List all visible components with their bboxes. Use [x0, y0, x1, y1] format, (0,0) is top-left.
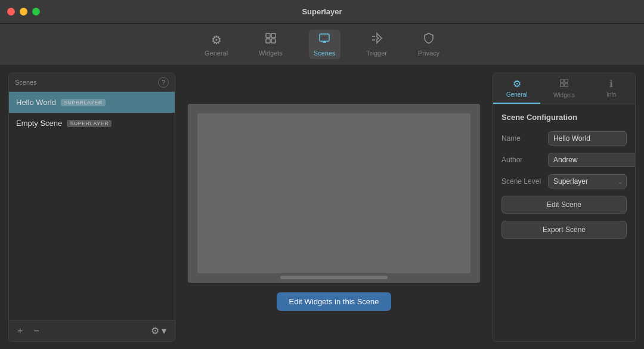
level-label: Scene Level — [501, 177, 543, 186]
svg-rect-0 — [266, 33, 270, 38]
app-title: Superlayer — [302, 7, 342, 16]
scenes-icon — [318, 32, 330, 47]
edit-widgets-button[interactable]: Edit Widgets in this Scene — [277, 292, 391, 311]
minimize-button[interactable] — [20, 8, 27, 16]
titlebar: Superlayer — [0, 0, 644, 24]
toolbar-label-trigger: Trigger — [367, 50, 387, 57]
name-field-wrap: ⊞ — [548, 131, 627, 146]
config-tab-general[interactable]: ⚙ General — [493, 73, 540, 104]
canvas-inner — [197, 113, 470, 273]
main-content: Scenes ? Hello World SUPERLAYER Empty Sc… — [0, 66, 644, 349]
name-label: Name — [501, 134, 543, 143]
window-controls — [7, 8, 40, 16]
export-scene-button[interactable]: Export Scene — [501, 221, 627, 239]
svg-rect-1 — [271, 33, 275, 38]
svg-rect-6 — [565, 79, 568, 83]
chevron-down-icon: ⌄ — [614, 178, 626, 185]
add-scene-button[interactable]: + — [14, 325, 26, 337]
settings-button[interactable]: ⚙ ▾ — [147, 325, 170, 337]
edit-scene-button[interactable]: Edit Scene — [501, 196, 627, 214]
canvas-frame — [188, 104, 480, 283]
remove-scene-button[interactable]: − — [30, 325, 42, 337]
scenes-panel: Scenes ? Hello World SUPERLAYER Empty Sc… — [8, 73, 175, 342]
config-author-row: Author — [501, 153, 627, 167]
toolbar-item-widgets[interactable]: Widgets — [254, 30, 287, 59]
toolbar-item-scenes[interactable]: Scenes — [309, 30, 340, 59]
gear-icon: ⚙ — [151, 326, 159, 336]
config-level-row: Scene Level Superlayer Normal Overlay ⌄ — [501, 174, 627, 189]
gear-icon: ⚙ — [513, 78, 521, 89]
svg-rect-3 — [271, 39, 275, 43]
toolbar-label-scenes: Scenes — [314, 50, 336, 57]
chevron-down-icon: ▾ — [162, 326, 166, 336]
config-body: Scene Configuration Name ⊞ Author Scene … — [493, 104, 635, 341]
svg-rect-5 — [561, 79, 564, 83]
scenes-footer: + − ⚙ ▾ — [9, 320, 175, 341]
toolbar-label-general: General — [205, 50, 228, 57]
level-select[interactable]: Superlayer Normal Overlay — [549, 175, 614, 188]
privacy-icon — [423, 32, 435, 47]
maximize-button[interactable] — [32, 8, 40, 16]
toolbar-item-general[interactable]: ⚙ General — [200, 30, 233, 59]
toolbar-item-privacy[interactable]: Privacy — [413, 30, 444, 59]
config-tab-widgets-label: Widgets — [553, 92, 575, 98]
config-name-row: Name ⊞ — [501, 131, 627, 146]
widgets-icon — [559, 78, 569, 90]
widgets-icon — [265, 32, 277, 47]
scenes-panel-header: Scenes ? — [9, 73, 175, 92]
trigger-icon — [371, 32, 383, 47]
svg-rect-4 — [320, 34, 329, 41]
toolbar-item-trigger[interactable]: Trigger — [362, 30, 392, 59]
scenes-panel-title: Scenes — [15, 79, 37, 86]
scene-item-hello-world[interactable]: Hello World SUPERLAYER — [9, 92, 175, 113]
svg-rect-7 — [561, 84, 564, 87]
scene-name: Empty Scene — [16, 119, 62, 128]
scene-item-empty[interactable]: Empty Scene SUPERLAYER — [9, 113, 175, 134]
config-tab-widgets[interactable]: Widgets — [540, 73, 587, 104]
config-tab-info[interactable]: ℹ Info — [588, 73, 635, 104]
info-icon: ℹ — [609, 78, 613, 89]
help-button[interactable]: ? — [158, 77, 169, 88]
svg-rect-2 — [266, 39, 270, 43]
author-input[interactable] — [548, 153, 636, 167]
config-tabs: ⚙ General Widgets ℹ Info — [493, 73, 635, 104]
scene-badge: SUPERLAYER — [61, 99, 106, 106]
config-panel: ⚙ General Widgets ℹ Info — [493, 73, 636, 342]
config-tab-general-label: General — [506, 91, 528, 98]
toolbar: ⚙ General Widgets Scenes — [0, 24, 644, 66]
scene-name: Hello World — [16, 98, 56, 107]
scene-config-title: Scene Configuration — [501, 113, 627, 122]
config-tab-info-label: Info — [606, 91, 617, 98]
canvas-area: Edit Widgets in this Scene — [175, 66, 493, 349]
toolbar-label-widgets: Widgets — [259, 50, 283, 57]
author-label: Author — [501, 156, 543, 164]
close-button[interactable] — [7, 8, 15, 16]
footer-gear-area: ⚙ ▾ — [147, 325, 170, 337]
level-select-wrap: Superlayer Normal Overlay ⌄ — [548, 174, 627, 189]
gear-icon: ⚙ — [211, 33, 222, 47]
toolbar-label-privacy: Privacy — [418, 50, 439, 57]
canvas-scrollbar[interactable] — [280, 276, 388, 279]
svg-rect-8 — [565, 84, 568, 87]
name-input[interactable] — [549, 132, 627, 145]
scenes-list: Hello World SUPERLAYER Empty Scene SUPER… — [9, 92, 175, 320]
scene-badge: SUPERLAYER — [67, 120, 112, 127]
